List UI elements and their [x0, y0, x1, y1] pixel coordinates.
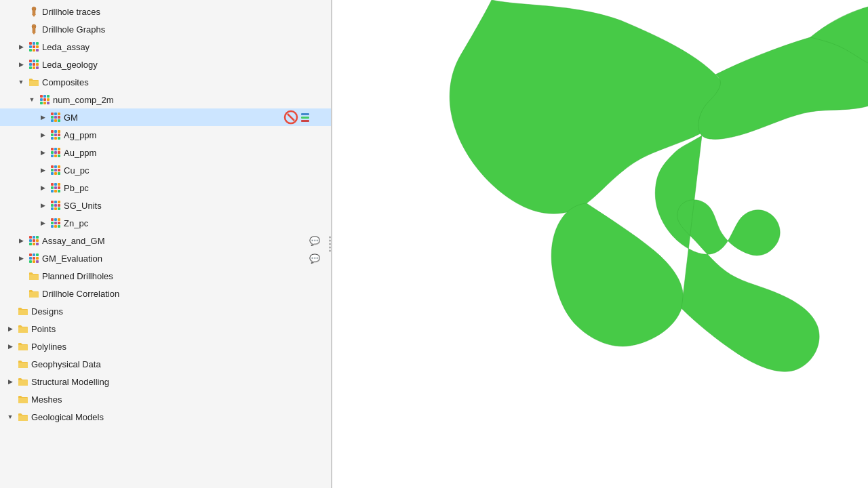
chevron-right-icon[interactable]: ▶	[5, 342, 15, 351]
folder-icon	[17, 305, 29, 317]
tree-item-leda-assay[interactable]: ▶Leda_assay	[0, 38, 331, 56]
tree-item-structural-modelling[interactable]: ▶ Structural Modelling	[0, 373, 331, 390]
data-grid-icon	[50, 217, 62, 229]
tree-item-pb-pc[interactable]: ▶Pb_pc	[0, 179, 331, 197]
svg-rect-1	[33, 9, 35, 15]
data-grid-icon	[28, 235, 40, 247]
project-tree-panel[interactable]: Drillhole traces Drillhole Graphs▶Leda_a…	[0, 0, 332, 488]
tree-item-drillhole-traces[interactable]: Drillhole traces	[0, 3, 331, 20]
data-grid-icon	[50, 182, 62, 194]
data-grid-icon	[28, 58, 40, 70]
chevron-right-icon[interactable]: ▶	[38, 218, 47, 228]
chevron-right-icon[interactable]: ▶	[16, 236, 26, 245]
tree-item-polylines[interactable]: ▶ Polylines	[0, 338, 331, 355]
svg-rect-3	[33, 26, 35, 33]
tree-item-drillhole-graphs[interactable]: Drillhole Graphs	[0, 20, 331, 38]
chevron-down-icon[interactable]: ▼	[27, 95, 37, 104]
tree-item-label-text: Planned Drillholes	[42, 271, 113, 281]
viewport-panel	[332, 0, 868, 488]
drillhole-icon	[28, 5, 40, 18]
tree-item-num-comp-2m[interactable]: ▼num_comp_2m	[0, 91, 331, 108]
chevron-right-icon[interactable]: ▶	[38, 130, 47, 140]
tree-item-label-text: Drillhole traces	[42, 7, 100, 17]
comment-icon[interactable]: 💬	[309, 253, 326, 264]
svg-rect-7	[301, 117, 309, 119]
tree-item-label-text: Pb_pc	[64, 183, 89, 193]
tree-item-label-text: Zn_pc	[64, 218, 88, 228]
tree-item-leda-geology[interactable]: ▶Leda_geology	[0, 56, 331, 73]
chevron-right-icon[interactable]: ▶	[38, 183, 47, 192]
tree-item-label-text: GM	[64, 113, 78, 123]
data-grid-icon	[50, 129, 62, 141]
chevron-right-icon[interactable]: ▶	[16, 253, 26, 263]
chevron-down-icon[interactable]: ▼	[5, 412, 15, 422]
tree-item-gm[interactable]: ▶GM	[0, 108, 331, 126]
svg-rect-8	[301, 120, 309, 122]
data-grid-icon	[50, 199, 62, 211]
folder-icon	[17, 323, 29, 335]
folder-icon	[28, 76, 40, 88]
chevron-down-icon[interactable]: ▼	[16, 77, 26, 87]
3d-viewport[interactable]	[332, 0, 868, 488]
tree-item-drillhole-correlation[interactable]: Drillhole Correlation	[0, 285, 331, 302]
tree-item-label-text: Meshes	[31, 394, 62, 405]
3d-scene-svg	[332, 0, 868, 488]
tree-item-planned-drillholes[interactable]: Planned Drillholes	[0, 267, 331, 285]
tree-item-assay-and-gm[interactable]: ▶Assay_and_GM💬	[0, 232, 331, 249]
tree-item-label-text: SG_Units	[64, 201, 102, 211]
tree-item-label-text: Composites	[42, 77, 89, 87]
svg-rect-6	[301, 113, 309, 115]
tree-item-meshes[interactable]: Meshes	[0, 390, 331, 408]
svg-line-5	[288, 114, 294, 121]
folder-icon	[17, 375, 29, 388]
drillhole-icon	[28, 23, 40, 35]
folder-icon	[28, 287, 40, 300]
chevron-right-icon[interactable]: ▶	[38, 201, 47, 210]
chevron-right-icon[interactable]: ▶	[38, 165, 47, 175]
tree-item-label-text: Cu_pc	[64, 165, 90, 176]
tree-item-label-text: GM_Evaluation	[42, 253, 102, 264]
tree-item-label-text: Geological Models	[31, 412, 104, 422]
tree-item-label-text: Designs	[31, 306, 63, 317]
tree-item-label-text: Polylines	[31, 342, 66, 352]
tree-item-geological-models[interactable]: ▼ Geological Models	[0, 408, 331, 426]
tree-item-sg-units[interactable]: ▶SG_Units	[0, 197, 331, 214]
data-grid-icon	[28, 41, 40, 53]
comment-icon[interactable]: 💬	[309, 236, 326, 246]
tree-item-composites[interactable]: ▼ Composites	[0, 73, 331, 91]
chevron-right-icon[interactable]: ▶	[16, 60, 26, 69]
folder-icon	[17, 358, 29, 370]
tree-item-label-text: Geophysical Data	[31, 359, 101, 369]
tree-item-zn-pc[interactable]: ▶Zn_pc	[0, 214, 331, 232]
chevron-right-icon[interactable]: ▶	[38, 113, 47, 122]
tree-item-points[interactable]: ▶ Points	[0, 320, 331, 338]
tree-item-label-text: Leda_geology	[42, 60, 98, 70]
tree-item-gm-evaluation[interactable]: ▶GM_Evaluation💬	[0, 249, 331, 267]
tree-item-label-text: Leda_assay	[42, 42, 90, 52]
tree-item-label-text: Drillhole Correlation	[42, 289, 119, 299]
tree-item-cu-pc[interactable]: ▶Cu_pc	[0, 161, 331, 179]
tree-item-au-ppm[interactable]: ▶Au_ppm	[0, 144, 331, 161]
chevron-right-icon[interactable]: ▶	[5, 377, 15, 386]
folder-icon	[17, 340, 29, 352]
folder-icon	[28, 270, 40, 282]
data-grid-icon	[50, 164, 62, 176]
tree-item-ag-ppm[interactable]: ▶Ag_ppm	[0, 126, 331, 144]
chevron-right-icon[interactable]: ▶	[16, 42, 26, 52]
chevron-right-icon[interactable]: ▶	[38, 148, 47, 157]
tree-item-label-text: Drillhole Graphs	[42, 24, 105, 35]
data-grid-icon	[50, 111, 62, 123]
tree-item-geophysical-data[interactable]: Geophysical Data	[0, 355, 331, 373]
folder-icon	[17, 393, 29, 405]
data-grid-icon	[50, 146, 62, 159]
chevron-right-icon[interactable]: ▶	[5, 324, 15, 333]
panel-resize-handle[interactable]	[328, 0, 331, 488]
tree-item-label-text: Au_ppm	[64, 148, 96, 158]
data-grid-icon	[28, 252, 40, 264]
tree-item-label-text: num_comp_2m	[53, 95, 114, 105]
tree-item-designs[interactable]: Designs	[0, 302, 331, 320]
data-grid-icon	[39, 94, 51, 106]
tree-item-label-text: Structural Modelling	[31, 377, 109, 387]
tree-item-label-text: Points	[31, 324, 56, 334]
drag-badge	[283, 110, 311, 125]
